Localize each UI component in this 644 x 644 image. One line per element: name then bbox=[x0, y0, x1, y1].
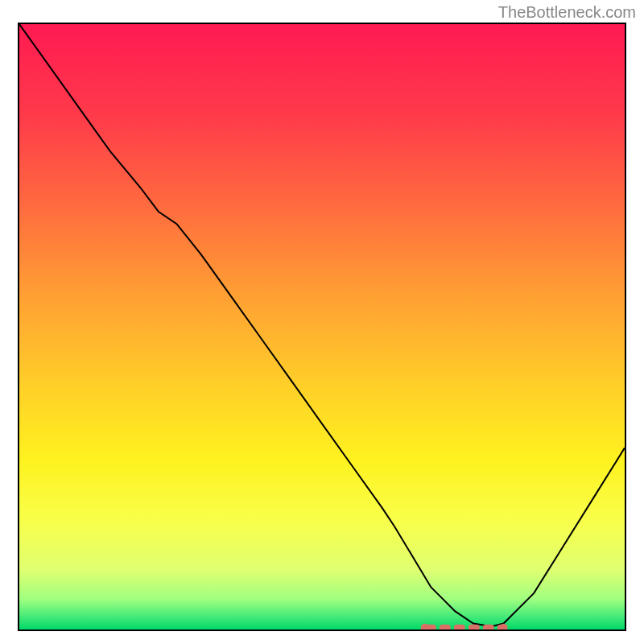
svg-rect-4 bbox=[469, 625, 480, 630]
watermark-text: TheBottleneck.com bbox=[498, 3, 636, 22]
svg-rect-3 bbox=[454, 625, 465, 630]
chart-container: TheBottleneck.com bbox=[0, 0, 644, 644]
svg-rect-2 bbox=[440, 625, 451, 630]
svg-rect-5 bbox=[483, 625, 494, 630]
plot-area bbox=[18, 23, 626, 631]
optimal-zone-markers bbox=[19, 24, 625, 630]
